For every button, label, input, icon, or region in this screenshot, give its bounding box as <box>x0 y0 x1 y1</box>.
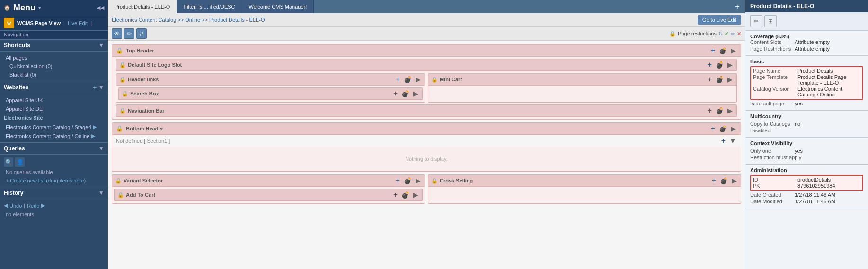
add-to-cart-title: 🔒 Add To Cart <box>117 192 155 198</box>
search-box-lock-icon: 🔒 <box>122 91 128 97</box>
variant-expand-btn[interactable]: ▶ <box>415 176 422 185</box>
rp-date-modified-value: 1/27/18 11:46 AM <box>795 199 835 204</box>
variant-lock-icon: 🔒 <box>115 178 122 184</box>
query-search-icon[interactable]: 🔍 <box>4 157 13 167</box>
variant-selector-title: 🔒 Variant Selector <box>115 178 163 184</box>
top-header-bomb-btn[interactable]: 💣 <box>718 47 728 54</box>
rp-coverage-section: Coverage (83%) Content Slots Attribute e… <box>745 31 868 56</box>
query-person-icon[interactable]: 👤 <box>15 157 25 167</box>
edit-btn[interactable]: ✏ <box>124 28 134 39</box>
history-expand-icon[interactable]: ▼ <box>98 190 104 196</box>
home-icon[interactable]: 🏠 <box>4 5 10 11</box>
search-box-add-btn[interactable]: + <box>392 89 399 98</box>
nav-bar-add-btn[interactable]: + <box>707 106 713 115</box>
top-header-add-btn[interactable]: + <box>710 46 716 55</box>
shortcuts-expand-icon[interactable]: ▼ <box>98 42 104 49</box>
websites-add-icon[interactable]: + <box>93 84 97 91</box>
history-icons: ▼ <box>98 190 104 196</box>
shortcuts-all-pages[interactable]: All pages <box>0 53 108 62</box>
redo-arrow-icon: ▶ <box>41 202 45 208</box>
wcms-label[interactable]: WCMS Page View <box>17 20 61 26</box>
bottom-header-bomb-btn[interactable]: 💣 <box>718 125 728 132</box>
rp-basic-section: Basic Page Name Product Details Page Tem… <box>745 56 868 111</box>
tab-add-button[interactable]: + <box>732 1 743 12</box>
bottom-header-expand-btn[interactable]: ▶ <box>730 125 737 132</box>
add-to-cart-add-btn[interactable]: + <box>392 191 399 199</box>
add-to-cart-expand-btn[interactable]: ▶ <box>412 191 419 199</box>
tab-product-details[interactable]: Product Details - ELE-O <box>108 0 177 13</box>
search-box-expand-btn[interactable]: ▶ <box>412 89 419 98</box>
section1-expand-btn[interactable]: ▼ <box>728 137 737 145</box>
electronics-online-item[interactable]: Electronics Content Catalog / Online ▶ <box>0 131 108 140</box>
history-section-header: History ▼ <box>0 187 108 199</box>
top-header-expand-btn[interactable]: ▶ <box>730 47 737 54</box>
variant-bomb-btn[interactable]: 💣 <box>403 176 413 185</box>
rp-context-title: Context Visibility <box>750 140 863 146</box>
create-list-link[interactable]: + Create new list (drag items here) <box>0 176 108 185</box>
mini-cart-add-btn[interactable]: + <box>707 75 713 84</box>
live-edit-button[interactable]: Go to Live Edit <box>698 15 741 25</box>
mini-cart-expand-btn[interactable]: ▶ <box>726 75 734 84</box>
search-box-bomb-btn[interactable]: 💣 <box>400 89 410 98</box>
rp-copy-catalogs-value: no <box>795 121 800 127</box>
collapse-icon[interactable]: ◀◀ <box>97 5 104 11</box>
electronics-staged-item[interactable]: Electronics Content Catalog / Staged ▶ <box>0 122 108 131</box>
rp-page-template-value: Product Details Page Template - ELE-O <box>797 74 860 86</box>
undo-btn[interactable]: Undo <box>9 203 22 208</box>
default-logo-lock-icon: 🔒 <box>119 62 126 68</box>
shortcuts-blacklist[interactable]: Blacklist (0) <box>0 70 108 79</box>
header-links-bomb-btn[interactable]: 💣 <box>403 75 413 84</box>
default-logo-bomb-btn[interactable]: 💣 <box>715 61 725 69</box>
default-logo-add-btn[interactable]: + <box>707 61 713 69</box>
right-panel-header: Product Details - ELE-O <box>745 0 868 12</box>
header-links-expand-btn[interactable]: ▶ <box>415 75 422 84</box>
apparel-uk-item[interactable]: Apparel Site UK <box>0 96 108 104</box>
query-icon-row: 🔍 👤 <box>0 156 108 168</box>
electronics-online-arrow: ▶ <box>91 133 95 139</box>
variant-add-btn[interactable]: + <box>395 176 401 185</box>
tab-welcome[interactable]: Welcome CMS Manager! <box>242 0 314 13</box>
sync-btn[interactable]: ⇄ <box>136 28 147 39</box>
rp-edit-btn[interactable]: ✏ <box>750 15 762 27</box>
top-header-content: 🔒 Default Site Logo Slot + 💣 ▶ <box>112 57 741 119</box>
rp-grid-btn[interactable]: ⊞ <box>764 15 777 27</box>
menu-title: Menu <box>13 3 35 13</box>
nav-bar-bomb-btn[interactable]: 💣 <box>715 106 725 115</box>
right-panel: Product Details - ELE-O ✏ ⊞ Coverage (83… <box>745 0 868 269</box>
default-logo-title: 🔒 Default Site Logo Slot <box>119 62 182 68</box>
preview-btn[interactable]: 👁 <box>112 28 122 39</box>
wcms-live-edit[interactable]: Live Edit <box>68 20 88 26</box>
section1-add-btn[interactable]: + <box>720 137 726 145</box>
page-layout: 🔒 Top Header + 💣 ▶ 🔒 Default Site Logo S… <box>108 41 745 269</box>
history-actions: ◀ Undo | Redo ▶ <box>0 201 108 210</box>
queries-expand-icon[interactable]: ▼ <box>98 145 104 152</box>
right-panel-toolbar: ✏ ⊞ <box>745 12 868 31</box>
cross-selling-expand-btn[interactable]: ▶ <box>731 176 738 185</box>
delete-restriction-icon[interactable]: ✕ <box>737 31 741 37</box>
default-logo-expand-btn[interactable]: ▶ <box>726 61 734 69</box>
tab-filter[interactable]: Filter: Is ... ified/DESC <box>177 0 242 13</box>
rp-pk-row: PK 8796102951984 <box>753 183 860 189</box>
nav-bar-expand-btn[interactable]: ▶ <box>726 106 734 115</box>
rp-page-template-label: Page Template <box>753 74 796 80</box>
mini-cart-bomb-btn[interactable]: 💣 <box>715 75 725 84</box>
apparel-de-item[interactable]: Apparel Site DE <box>0 104 108 113</box>
header-links-add-btn[interactable]: + <box>395 75 401 84</box>
history-title: History <box>4 190 23 196</box>
websites-expand-icon[interactable]: ▼ <box>98 84 104 91</box>
cross-selling-lock-icon: 🔒 <box>431 178 438 184</box>
page-restrictions-bar: 🔒 Page restrictions ↻ ✔ ✏ ✕ <box>669 31 741 37</box>
rp-page-name-value: Product Details <box>797 68 833 74</box>
shortcuts-quickcollection[interactable]: Quickcollection (0) <box>0 62 108 70</box>
cross-selling-bomb-btn[interactable]: 💣 <box>719 176 729 185</box>
cross-selling-add-btn[interactable]: + <box>711 176 717 185</box>
bottom-header-add-btn[interactable]: + <box>710 124 716 133</box>
queries-section-header: Queries ▼ <box>0 143 108 155</box>
edit-restriction-icon[interactable]: ✏ <box>731 31 735 37</box>
refresh-icon[interactable]: ↻ <box>718 31 723 37</box>
cross-selling-title: 🔒 Cross Selling <box>431 178 473 184</box>
rp-content-slots-value: Attribute empty <box>795 39 830 45</box>
redo-btn[interactable]: Redo <box>27 203 39 208</box>
add-to-cart-bomb-btn[interactable]: 💣 <box>400 191 410 199</box>
nav-bar-header: 🔒 Navigation Bar + 💣 ▶ <box>116 105 736 117</box>
